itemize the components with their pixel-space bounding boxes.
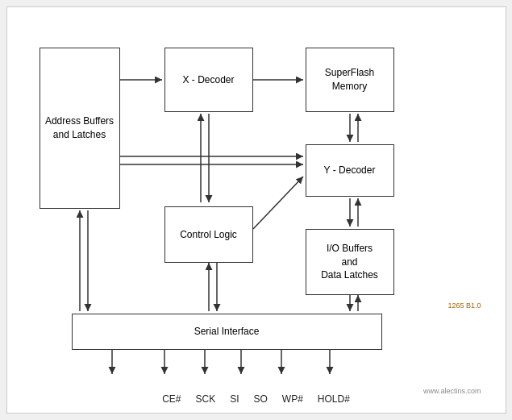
y-decoder-label: Y - Decoder: [324, 164, 376, 177]
signal-sck: SCK: [195, 393, 215, 405]
address-buffers-label: Address Buffers and Latches: [40, 114, 119, 142]
serial-interface-label: Serial Interface: [194, 325, 260, 339]
signal-ce: CE#: [162, 393, 181, 405]
signal-si: SI: [230, 393, 239, 405]
version-text: 1265 B1.0: [447, 301, 481, 310]
signal-wp: WP#: [282, 393, 303, 405]
io-buffers-label: I/O BuffersandData Latches: [321, 242, 378, 282]
io-buffers-block: I/O BuffersandData Latches: [306, 229, 394, 295]
signal-labels: CE# SCK SI SO WP# HOLD#: [15, 393, 497, 405]
y-decoder-block: Y - Decoder: [306, 144, 394, 197]
page-wrapper: Address Buffers and Latches X - Decoder …: [6, 6, 506, 414]
control-logic-label: Control Logic: [180, 228, 237, 242]
control-logic-block: Control Logic: [164, 206, 253, 263]
diagram-area: Address Buffers and Latches X - Decoder …: [15, 15, 497, 405]
address-buffers-block: Address Buffers and Latches: [40, 48, 120, 209]
watermark: www.alectins.com: [423, 387, 481, 395]
signal-hold: HOLD#: [318, 393, 350, 405]
svg-line-8: [253, 177, 303, 229]
superflash-block: SuperFlashMemory: [306, 48, 394, 112]
serial-interface-block: Serial Interface: [72, 314, 382, 350]
signal-so: SO: [254, 393, 268, 405]
x-decoder-block: X - Decoder: [164, 48, 253, 112]
superflash-label: SuperFlashMemory: [325, 66, 374, 94]
x-decoder-label: X - Decoder: [182, 73, 234, 87]
